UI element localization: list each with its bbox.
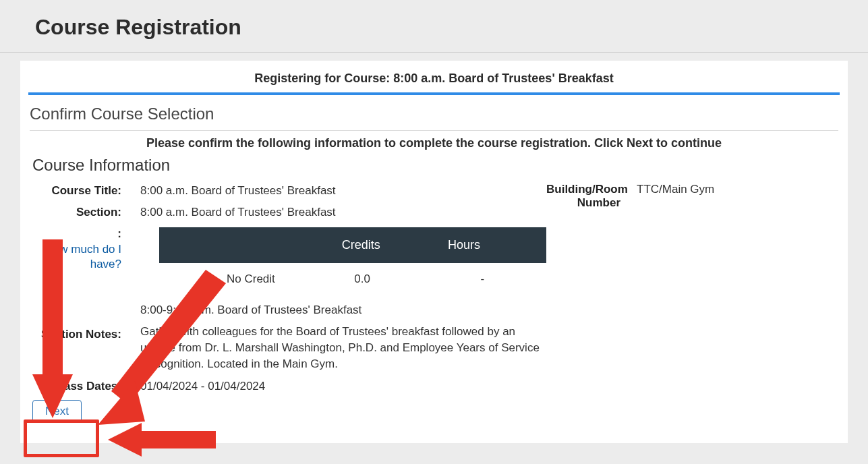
credits-row-name: No Credit	[159, 272, 322, 286]
course-info-heading: Course Information	[20, 156, 848, 180]
credits-th-credits: Credits	[310, 238, 413, 252]
section-notes-body: Gather with colleagues for the Board of …	[140, 324, 546, 372]
credits-colon-label: :	[34, 227, 121, 241]
registering-header: Registering for Course: 8:00 a.m. Board …	[20, 69, 848, 92]
how-much-link[interactable]: How much do I have?	[45, 243, 121, 270]
credits-table-row: No Credit 0.0 -	[159, 263, 546, 295]
credits-th-blank2	[515, 238, 546, 252]
section-notes-value: 8:00-9:10 a.m. Board of Trustees' Breakf…	[140, 303, 546, 372]
page-title: Course Registration	[20, 0, 848, 52]
registering-prefix: Registering for Course:	[254, 71, 393, 85]
credits-th-hours: Hours	[413, 238, 516, 252]
course-title-label: Course Title:	[34, 184, 121, 198]
title-divider	[0, 52, 868, 53]
section-notes-label: Section Notes:	[34, 303, 121, 341]
building-label: Building/Room Number	[546, 183, 620, 397]
sub-heading-divider	[30, 130, 838, 131]
next-button[interactable]: Next	[32, 400, 82, 423]
course-title-value: 8:00 a.m. Board of Trustees' Breakfast	[140, 184, 546, 198]
credits-th-blank	[159, 238, 310, 252]
credits-row-credits: 0.0	[322, 272, 402, 286]
credits-row-hours: -	[402, 272, 522, 286]
registration-card: Registering for Course: 8:00 a.m. Board …	[20, 61, 848, 443]
registering-course-name: 8:00 a.m. Board of Trustees' Breakfast	[393, 71, 613, 85]
section-value: 8:00 a.m. Board of Trustees' Breakfast	[140, 206, 546, 219]
building-value: TTC/Main Gym	[637, 183, 714, 397]
class-dates-label: Class Dates:	[34, 380, 121, 393]
section-notes-line1: 8:00-9:10 a.m. Board of Trustees' Breakf…	[140, 303, 546, 317]
confirm-instruction: Please confirm the following information…	[20, 136, 848, 156]
confirm-selection-heading: Confirm Course Selection	[20, 95, 848, 130]
class-dates-value: 01/04/2024 - 01/04/2024	[140, 380, 546, 393]
section-label: Section:	[34, 206, 121, 219]
credits-table-header: Credits Hours	[159, 227, 546, 263]
